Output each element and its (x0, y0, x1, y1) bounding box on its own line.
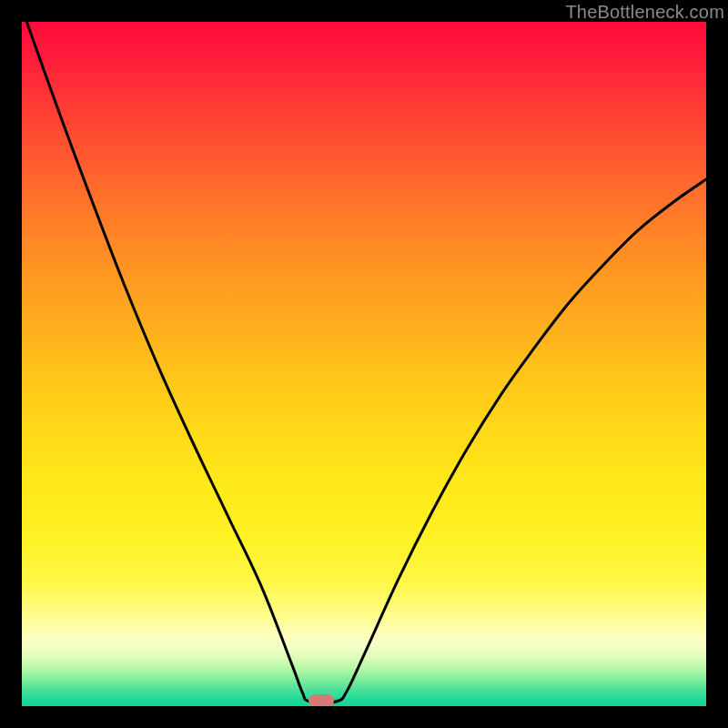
plot-area (22, 22, 706, 706)
chart-frame: TheBottleneck.com (0, 0, 728, 728)
gradient-background (22, 22, 706, 706)
watermark-text: TheBottleneck.com (565, 2, 724, 23)
optimum-marker (308, 694, 334, 706)
